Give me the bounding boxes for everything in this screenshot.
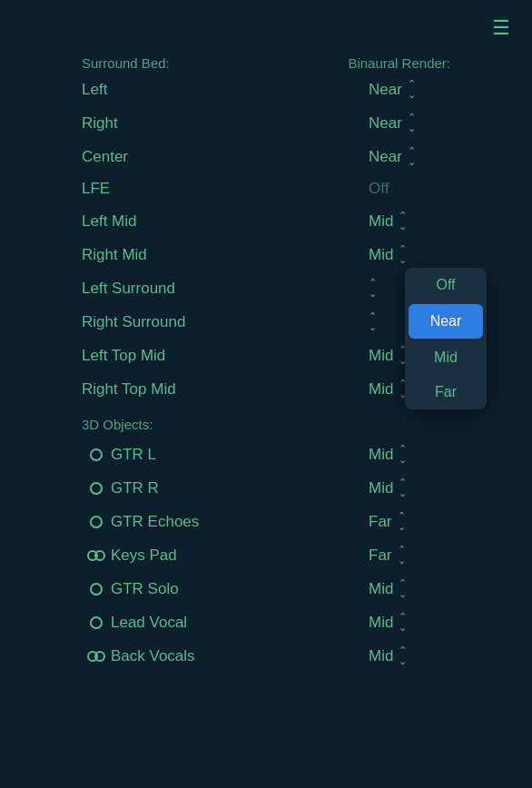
surround-row-left: Left Near [0,73,532,106]
surround-row-center: Center Near [0,140,532,173]
dropdown-option-near[interactable]: Near [409,304,483,339]
gtr-r-icon-cell [82,482,111,495]
object-row-gtr-solo: GTR Solo Mid [0,572,532,606]
lead-vocal-circle-icon [90,616,103,629]
lead-vocal-label: Lead Vocal [111,614,369,632]
surround-right-surround-label: Right Surround [82,313,369,331]
dropdown-option-mid[interactable]: Mid [405,340,487,375]
surround-center-label: Center [82,148,369,166]
gtr-l-circle-icon [90,448,103,461]
gtr-echoes-value[interactable]: Far [369,511,450,532]
object-row-keys-pad: Keys Pad Far [0,538,532,572]
back-vocals-link-icon [87,651,105,662]
gtr-echoes-spinner[interactable] [398,511,406,532]
objects-section-label: 3D Objects: [0,406,532,438]
keys-pad-label: Keys Pad [111,547,369,565]
surround-left-surround-label: Left Surround [82,280,369,298]
gtr-l-text: Mid [369,446,393,464]
gtr-r-value[interactable]: Mid [369,478,450,498]
surround-bed-label: Surround Bed: [82,55,348,71]
surround-lfe-label: LFE [82,180,369,198]
back-vocals-link-circles [87,651,105,662]
dropdown-option-far[interactable]: Far [405,375,487,409]
surround-left-top-mid-label: Left Top Mid [82,347,369,365]
object-row-gtr-r: GTR R Mid [0,471,532,505]
gtr-echoes-text: Far [369,513,392,531]
surround-lfe-value[interactable]: Off [369,180,450,198]
surround-left-top-mid-text: Mid [369,347,393,365]
surround-left-surround-spinner[interactable] [369,278,377,299]
gtr-solo-spinner[interactable] [399,578,407,599]
surround-left-mid-spinner[interactable] [399,211,407,231]
surround-right-top-mid-text: Mid [369,380,393,399]
surround-row-right: Right Near [0,106,532,140]
gtr-solo-icon-cell [82,583,111,596]
surround-left-label: Left [82,81,369,99]
object-row-back-vocals: Back Vocals Mid [0,639,532,673]
lead-vocal-text: Mid [369,614,393,632]
surround-center-spinner[interactable] [408,146,416,167]
back-vocals-icon-cell [82,651,111,662]
back-vocals-value[interactable]: Mid [369,645,450,666]
dropdown-option-off[interactable]: Off [405,268,487,302]
surround-left-value[interactable]: Near [369,79,450,100]
keys-pad-link-icon [87,550,105,561]
surround-row-right-mid: Right Mid Mid [0,238,532,271]
back-vocals-spinner[interactable] [399,645,407,666]
keys-pad-icon-cell [82,550,111,561]
binaural-dropdown[interactable]: Off Near Mid Far [405,268,487,409]
surround-right-top-mid-label: Right Top Mid [82,380,369,399]
surround-row-lfe: LFE Off [0,173,532,204]
gtr-solo-label: GTR Solo [111,580,369,598]
gtr-l-spinner[interactable] [399,444,407,465]
back-vocals-text: Mid [369,647,393,665]
object-row-lead-vocal: Lead Vocal Mid [0,606,532,639]
gtr-echoes-icon-cell [82,516,111,528]
gtr-solo-value[interactable]: Mid [369,578,450,599]
surround-row-left-mid: Left Mid Mid [0,204,532,238]
surround-lfe-text: Off [369,180,389,198]
surround-right-mid-text: Mid [369,246,393,264]
surround-right-surround-spinner[interactable] [369,311,377,332]
dropdown-menu: Off Near Mid Far [405,268,487,409]
surround-right-value[interactable]: Near [369,113,450,133]
gtr-r-label: GTR R [111,479,369,497]
object-row-gtr-echoes: GTR Echoes Far [0,505,532,538]
back-vocals-label: Back Vocals [111,647,369,665]
surround-right-mid-spinner[interactable] [399,244,407,265]
gtr-solo-circle-icon [90,583,103,596]
surround-center-text: Near [369,148,402,166]
surround-right-spinner[interactable] [408,113,416,133]
surround-right-mid-label: Right Mid [82,246,369,264]
keys-pad-text: Far [369,547,392,565]
header: ☰ [0,0,532,49]
gtr-l-value[interactable]: Mid [369,444,450,465]
back-vocals-link-circle-2 [94,651,105,662]
surround-right-mid-value[interactable]: Mid [369,244,450,265]
surround-row-left-surround: Left Surround Off Near Mid Far [0,271,532,305]
menu-icon[interactable]: ☰ [492,16,510,40]
gtr-r-spinner[interactable] [399,478,407,498]
gtr-l-label: GTR L [111,446,369,464]
lead-vocal-value[interactable]: Mid [369,612,450,633]
surround-center-value[interactable]: Near [369,146,450,167]
surround-left-spinner[interactable] [408,79,416,100]
surround-right-text: Near [369,114,402,133]
gtr-r-circle-icon [90,482,103,495]
keys-pad-link-circles [87,550,105,561]
section-header-row: Surround Bed: Binaural Render: [0,49,532,73]
lead-vocal-icon-cell [82,616,111,629]
surround-right-label: Right [82,114,369,133]
gtr-echoes-label: GTR Echoes [111,513,369,531]
keys-pad-spinner[interactable] [398,545,406,566]
lead-vocal-spinner[interactable] [399,612,407,633]
keys-pad-value[interactable]: Far [369,545,450,566]
gtr-r-text: Mid [369,479,393,497]
binaural-render-label: Binaural Render: [348,55,450,71]
keys-pad-link-circle-2 [94,550,105,561]
object-row-gtr-l: GTR L Mid [0,438,532,471]
surround-left-mid-value[interactable]: Mid [369,211,450,231]
gtr-l-icon-cell [82,448,111,461]
surround-left-mid-text: Mid [369,212,393,231]
gtr-solo-text: Mid [369,580,393,598]
